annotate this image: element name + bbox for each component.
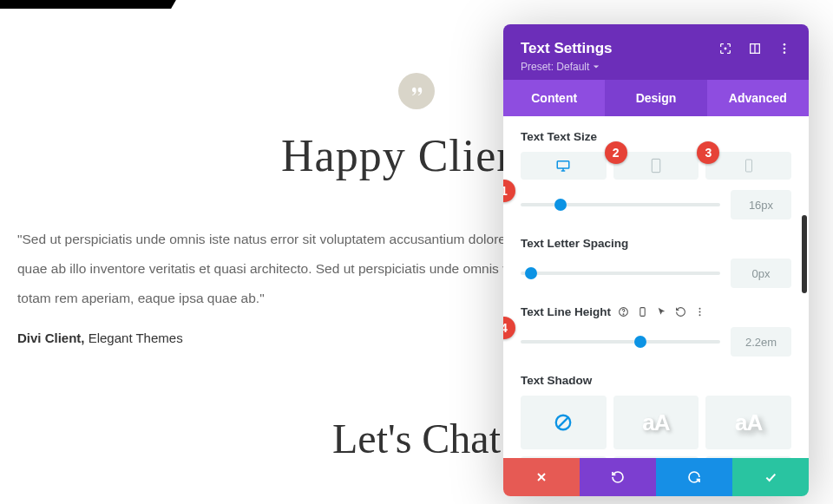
option-dots-icon[interactable] bbox=[694, 306, 705, 317]
hover-cursor-icon[interactable] bbox=[656, 306, 667, 317]
shadow-sample: aA bbox=[735, 409, 762, 436]
svg-point-16 bbox=[699, 314, 701, 316]
annotation-badge-4: 4 bbox=[503, 317, 515, 339]
slider-thumb[interactable] bbox=[525, 267, 537, 279]
tab-advanced[interactable]: Advanced bbox=[707, 80, 809, 116]
byline-author: Divi Client, bbox=[17, 331, 85, 345]
undo-button[interactable] bbox=[580, 458, 656, 496]
tab-content[interactable]: Content bbox=[503, 80, 605, 116]
scrollbar-thumb[interactable] bbox=[802, 215, 807, 293]
svg-point-0 bbox=[725, 48, 726, 49]
device-icon[interactable] bbox=[637, 306, 648, 317]
expand-icon[interactable] bbox=[718, 42, 732, 56]
svg-point-12 bbox=[623, 314, 624, 315]
letter-spacing-value[interactable]: 0px bbox=[731, 259, 791, 288]
quote-icon bbox=[398, 73, 435, 109]
line-height-value[interactable]: 2.2em bbox=[731, 327, 791, 357]
save-button[interactable] bbox=[732, 458, 809, 496]
line-height-slider[interactable] bbox=[521, 340, 720, 344]
svg-point-15 bbox=[699, 311, 701, 313]
reset-icon[interactable] bbox=[675, 306, 686, 317]
line-height-text: Text Line Height bbox=[521, 305, 611, 318]
shadow-preset-3[interactable] bbox=[521, 456, 607, 458]
panel-header[interactable]: Text Settings Preset: Default bbox=[503, 24, 809, 80]
panel-tabs: Content Design Advanced bbox=[503, 80, 809, 116]
device-desktop-button[interactable] bbox=[521, 152, 607, 180]
cancel-button[interactable] bbox=[503, 458, 580, 496]
svg-line-18 bbox=[558, 417, 569, 429]
redo-button[interactable] bbox=[656, 458, 732, 496]
svg-point-5 bbox=[784, 51, 786, 54]
svg-point-3 bbox=[784, 43, 786, 46]
page-accent-bar bbox=[0, 0, 176, 9]
letter-spacing-slider[interactable] bbox=[521, 272, 720, 275]
slider-thumb[interactable] bbox=[554, 199, 567, 211]
text-shadow-label: Text Shadow bbox=[521, 374, 791, 387]
svg-rect-9 bbox=[652, 159, 659, 172]
none-icon bbox=[554, 413, 573, 432]
shadow-preset-4[interactable] bbox=[613, 456, 699, 458]
svg-point-4 bbox=[784, 48, 786, 50]
chevron-down-icon bbox=[593, 63, 600, 70]
device-phone-button[interactable]: 3 bbox=[705, 152, 791, 180]
panel-layout-icon[interactable] bbox=[748, 42, 762, 56]
annotation-badge-3: 3 bbox=[697, 141, 719, 164]
svg-rect-6 bbox=[558, 161, 570, 168]
panel-body: Text Text Size 2 3 1 16px Text Letter Sp… bbox=[503, 116, 809, 458]
help-icon[interactable] bbox=[618, 306, 629, 317]
svg-rect-10 bbox=[745, 160, 751, 172]
annotation-badge-1: 1 bbox=[503, 180, 515, 202]
settings-panel: Text Settings Preset: Default Content De… bbox=[503, 24, 809, 496]
menu-dots-icon[interactable] bbox=[777, 42, 791, 56]
annotation-badge-2: 2 bbox=[605, 141, 627, 164]
text-size-value[interactable]: 16px bbox=[731, 190, 791, 219]
shadow-preset-5[interactable] bbox=[705, 456, 791, 458]
text-size-slider[interactable] bbox=[521, 203, 720, 206]
panel-footer bbox=[503, 458, 809, 496]
preset-selector[interactable]: Preset: Default bbox=[521, 61, 791, 73]
slider-thumb[interactable] bbox=[634, 336, 646, 348]
shadow-preset-2[interactable]: aA bbox=[705, 396, 791, 449]
line-height-label: Text Line Height bbox=[521, 305, 791, 318]
shadow-preset-1[interactable]: aA bbox=[613, 396, 699, 449]
tab-design[interactable]: Design bbox=[605, 80, 706, 116]
text-size-label: Text Text Size bbox=[521, 130, 791, 143]
shadow-none-option[interactable] bbox=[521, 396, 607, 449]
shadow-sample: aA bbox=[642, 409, 669, 436]
letter-spacing-label: Text Letter Spacing bbox=[521, 237, 791, 250]
svg-rect-13 bbox=[640, 308, 645, 317]
panel-title: Text Settings bbox=[521, 40, 612, 57]
svg-point-14 bbox=[699, 308, 701, 310]
byline-company: Elegant Themes bbox=[89, 331, 183, 345]
device-tablet-button[interactable]: 2 bbox=[613, 152, 699, 180]
preset-label: Preset: Default bbox=[521, 61, 589, 73]
